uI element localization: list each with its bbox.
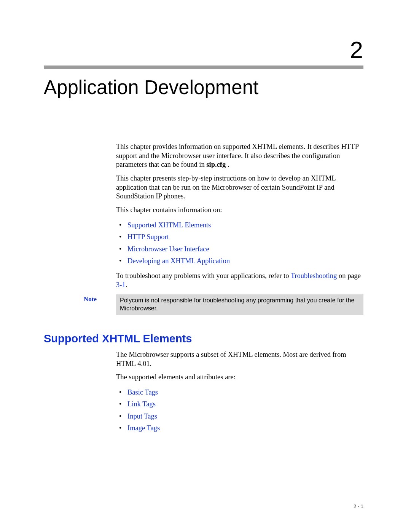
list-item: Link Tags bbox=[116, 398, 363, 410]
document-page: 2 Application Development This chapter p… bbox=[0, 0, 411, 532]
text: To troubleshoot any problems with your a… bbox=[116, 272, 291, 280]
text: This chapter provides information on sup… bbox=[116, 143, 358, 168]
link-microbrowser-ui[interactable]: Microbrowser User Interface bbox=[127, 245, 209, 253]
link-troubleshooting[interactable]: Troubleshooting bbox=[291, 272, 337, 280]
text: on page bbox=[337, 272, 361, 280]
link-supported-xhtml[interactable]: Supported XHTML Elements bbox=[127, 221, 211, 229]
intro-p3: This chapter contains information on: bbox=[116, 206, 363, 215]
chapter-title: Application Development bbox=[44, 76, 363, 99]
section-p2: The supported elements and attributes ar… bbox=[116, 373, 363, 382]
list-item: Image Tags bbox=[116, 422, 363, 434]
list-item: Developing an XHTML Application bbox=[116, 255, 363, 267]
link-basic-tags[interactable]: Basic Tags bbox=[127, 388, 158, 396]
link-link-tags[interactable]: Link Tags bbox=[127, 400, 156, 408]
list-item: HTTP Support bbox=[116, 231, 363, 243]
section-title-supported-xhtml: Supported XHTML Elements bbox=[44, 332, 363, 345]
intro-p2: This chapter presents step-by-step instr… bbox=[116, 174, 363, 201]
section-bullet-list: Basic Tags Link Tags Input Tags Image Ta… bbox=[116, 387, 363, 435]
text: . bbox=[226, 161, 229, 168]
list-item: Input Tags bbox=[116, 411, 363, 422]
link-input-tags[interactable]: Input Tags bbox=[127, 412, 157, 420]
link-developing-xhtml[interactable]: Developing an XHTML Application bbox=[127, 257, 230, 265]
list-item: Supported XHTML Elements bbox=[116, 219, 363, 231]
chapter-rule bbox=[44, 66, 363, 69]
link-troubleshooting-page[interactable]: 3-1 bbox=[116, 281, 126, 289]
page-number: 2 - 1 bbox=[354, 503, 363, 509]
note-label: Note bbox=[84, 294, 116, 303]
chapter-number: 2 bbox=[44, 36, 363, 63]
intro-block: This chapter provides information on sup… bbox=[116, 142, 363, 290]
section-body: The Microbrowser supports a subset of XH… bbox=[116, 350, 363, 435]
link-http-support[interactable]: HTTP Support bbox=[127, 233, 169, 241]
list-item: Basic Tags bbox=[116, 387, 363, 398]
section-p1: The Microbrowser supports a subset of XH… bbox=[116, 350, 363, 368]
intro-p1: This chapter provides information on sup… bbox=[116, 142, 363, 169]
intro-p4: To troubleshoot any problems with your a… bbox=[116, 272, 363, 289]
note-text: Polycom is not responsible for troublesh… bbox=[116, 294, 363, 315]
list-item: Microbrowser User Interface bbox=[116, 243, 363, 255]
intro-bullet-list: Supported XHTML Elements HTTP Support Mi… bbox=[116, 219, 363, 267]
link-image-tags[interactable]: Image Tags bbox=[127, 424, 160, 432]
note-block: Note Polycom is not responsible for trou… bbox=[84, 294, 363, 315]
config-file: sip.cfg bbox=[206, 161, 226, 168]
text: . bbox=[126, 281, 127, 289]
